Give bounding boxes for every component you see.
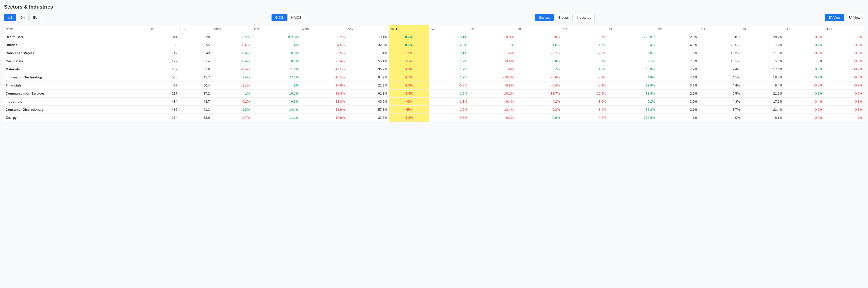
cell-best: 11.2%: [251, 65, 300, 74]
table-row[interactable]: Materials 207 51.6 -0.4% 11.2% -12.1% 36…: [4, 65, 864, 74]
cell-best: 9.3%: [251, 97, 300, 106]
cell-num: 485: [150, 106, 179, 114]
table-row[interactable]: Communication Services 217 37.2 1% 19.1%…: [4, 89, 864, 97]
cell-nl: 28.7%: [741, 33, 784, 41]
cell-1m: -9.4%: [469, 97, 515, 106]
cell-3m: -0.4%: [515, 82, 561, 89]
table-row[interactable]: Health Care 914 28 3.2% 102.8% -23.2% 78…: [4, 33, 864, 41]
col-header-1w[interactable]: 1w ▼: [389, 25, 429, 33]
cell-2w: -1.3%: [429, 97, 469, 106]
cell-pp: 9%: [656, 49, 699, 57]
region-btn-group: US CA EU: [4, 14, 41, 21]
cell-3m: -18%: [515, 33, 561, 41]
table-row[interactable]: Energy 234 63.9 -0.7% 11.1% -10.9% 33.3%…: [4, 114, 864, 122]
cell-5der: -0.8%: [824, 106, 864, 114]
cell-pp: 3.7%: [656, 82, 699, 89]
cell-3der: 0.2%: [784, 41, 824, 49]
cell-5der: -0.8%: [824, 97, 864, 106]
region-us-button[interactable]: US: [4, 14, 16, 21]
table-row[interactable]: Consumer Staples 147 43 0.4% 10.9% -7.5%…: [4, 49, 864, 57]
cell-rs: 41.7: [179, 74, 212, 82]
col-header-nl: NL: [741, 25, 784, 33]
view-sectors-button[interactable]: Sectors: [535, 14, 554, 21]
cell-nl: 5.6%: [741, 57, 784, 65]
cell-pp: 2.1%: [656, 106, 699, 114]
mode-fa-button[interactable]: FA View: [844, 14, 864, 21]
cell-num: 207: [150, 65, 179, 74]
region-ca-button[interactable]: CA: [17, 14, 29, 21]
col-header-1m: 1m: [469, 25, 515, 33]
cell-name: Materials: [4, 65, 150, 74]
cell-6m: 1.8%: [561, 65, 608, 74]
cell-name: Industrials: [4, 97, 150, 106]
cell-rs: 55: [179, 41, 212, 49]
cell-num: 484: [150, 97, 179, 106]
cell-nh: 4.4%: [699, 82, 741, 89]
class-naics-button[interactable]: NAICS: [287, 14, 305, 21]
cell-name: Energy: [4, 114, 150, 122]
cell-1m: -6.8%: [469, 82, 515, 89]
table-row[interactable]: Utilities 83 55 -0.6% 4% -4.5% 32.5% 0.5…: [4, 41, 864, 49]
cell-today: 3.2%: [211, 33, 251, 41]
cell-nl: 21.4%: [741, 106, 784, 114]
table-row[interactable]: Information Technology 586 41.7 1.4% 27.…: [4, 74, 864, 82]
cell-5der: -0.5%: [824, 41, 864, 49]
cell-worst: -7.5%: [300, 49, 346, 57]
mode-ta-button[interactable]: TA View: [825, 14, 844, 21]
cell-name: Real Estate: [4, 57, 150, 65]
cell-best: 19.1%: [251, 89, 300, 97]
cell-today: 0.4%: [211, 57, 251, 65]
cell-pp: 14.9%: [656, 41, 699, 49]
col-header-rs: RS: [179, 25, 212, 33]
cell-num: 83: [150, 41, 179, 49]
cell-adv: 33.3%: [346, 114, 389, 122]
cell-nl: 11.6%: [741, 49, 784, 57]
cell-today: 1.4%: [211, 74, 251, 82]
table-row[interactable]: Financials 477 60.4 -1.1% 9% -17.6% 22.2…: [4, 82, 864, 89]
cell-nh: 20.5%: [699, 41, 741, 49]
mode-btn-group: TA View FA View: [825, 14, 864, 21]
view-industries-button[interactable]: Industries: [573, 14, 595, 21]
cell-pp: 1%: [656, 114, 699, 122]
cell-2w: -0.6%: [429, 114, 469, 122]
cell-nl: 17.6%: [741, 97, 784, 106]
cell-6m: -16.9%: [561, 89, 608, 97]
cell-worst: -10.9%: [300, 114, 346, 122]
col-header-6m: 6m: [561, 25, 608, 33]
cell-adv: 61.3%: [346, 89, 389, 97]
cell-nl: 7.2%: [741, 41, 784, 49]
cell-nl: 18.3%: [741, 74, 784, 82]
cell-1m: -13.4%: [469, 106, 515, 114]
view-groups-button[interactable]: Groups: [554, 14, 572, 21]
cell-adv: 57.3%: [346, 106, 389, 114]
region-eu-button[interactable]: EU: [29, 14, 41, 21]
cell-rs: 43: [179, 49, 212, 57]
cell-vi: 228.8%: [608, 33, 656, 41]
view-btn-group: Sectors Groups Industries: [535, 14, 595, 21]
cell-vi: 11.8%: [608, 89, 656, 97]
cell-worst: -11.9%: [300, 106, 346, 114]
table-row[interactable]: Consumer Discretionary 485 41.3 0.8% 14.…: [4, 106, 864, 114]
cell-adv: 51%: [346, 49, 389, 57]
cell-best: 11.1%: [251, 114, 300, 122]
cell-vi: 739.6%: [608, 114, 656, 122]
cell-6m: -7.6%: [561, 49, 608, 57]
cell-3m: 0.6%: [515, 114, 561, 122]
cell-6m: 2%: [561, 57, 608, 65]
cell-adv: 78.1%: [346, 33, 389, 41]
table-row[interactable]: Industrials 484 48.7 -0.2% 9.3% -18.8% 4…: [4, 97, 864, 106]
cell-worst: -15.1%: [300, 74, 346, 82]
col-header-pp: PP: [656, 25, 699, 33]
cell-6m: -3.6%: [561, 97, 608, 106]
cell-1m: -10.2%: [469, 74, 515, 82]
cell-nh: 2.8%: [699, 33, 741, 41]
cell-rs: 61.4: [179, 57, 212, 65]
cell-1w: -2.6%: [389, 82, 429, 89]
class-gics-button[interactable]: GICS: [272, 14, 287, 21]
cell-num: 477: [150, 82, 179, 89]
cell-6m: -8.4%: [561, 106, 608, 114]
table-row[interactable]: Real Estate 179 61.4 0.4% 8.2% -5.4% 53.…: [4, 57, 864, 65]
cell-vi: 35.4%: [608, 41, 656, 49]
cell-best: 14.4%: [251, 106, 300, 114]
cell-today: -0.6%: [211, 41, 251, 49]
